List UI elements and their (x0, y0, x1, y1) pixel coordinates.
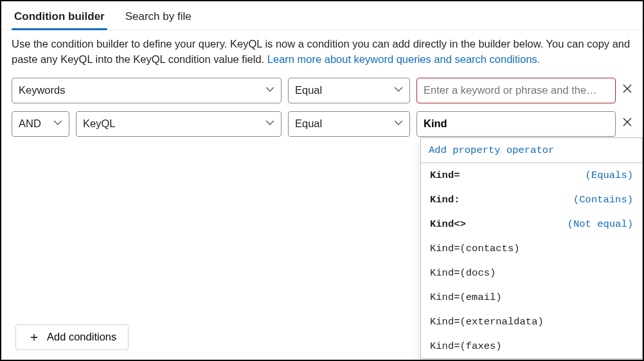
field-select-value: KeyQL (83, 118, 115, 130)
dropdown-item[interactable]: Kind=(externaldata) (421, 310, 642, 334)
tab-search-by-file[interactable]: Search by file (124, 8, 193, 30)
operator-select-value: Equal (295, 84, 322, 96)
value-input[interactable] (424, 84, 609, 96)
dropdown-item[interactable]: Kind: (Contains) (421, 188, 642, 212)
dropdown-item-hint: (Not equal) (568, 218, 633, 230)
dropdown-item[interactable]: Kind=(contacts) (421, 236, 642, 261)
chevron-down-icon (394, 118, 403, 130)
tab-bar: Condition builder Search by file (1, 1, 643, 30)
condition-rows: Keywords Equal A (1, 76, 643, 146)
dropdown-item-key: Kind=(faxes) (430, 340, 502, 352)
dropdown-item-hint: (Contains) (573, 194, 633, 206)
dropdown-item-key: Kind<> (430, 218, 466, 230)
dropdown-item-hint: (Equals) (586, 170, 633, 181)
dropdown-item[interactable]: Kind=(email) (421, 285, 642, 310)
close-icon (622, 117, 632, 130)
dropdown-item[interactable]: Kind=(faxes) (421, 334, 642, 358)
operator-select[interactable]: Equal (288, 111, 410, 137)
dropdown-header: Add property operator (421, 138, 642, 163)
chevron-down-icon (265, 84, 274, 96)
dropdown-item-key: Kind=(externaldata) (430, 316, 544, 328)
field-select-value: Keywords (19, 84, 65, 96)
dropdown-item-key: Kind: (430, 194, 460, 206)
dropdown-item[interactable]: Kind=(docs) (421, 261, 642, 285)
chevron-down-icon (265, 118, 274, 130)
operator-select-value: Equal (295, 118, 322, 130)
dropdown-item-key: Kind=(contacts) (430, 243, 520, 254)
dropdown-item-key: Kind=(docs) (430, 267, 496, 279)
dropdown-item[interactable]: Kind<> (Not equal) (421, 212, 642, 236)
close-icon (622, 84, 632, 97)
chevron-down-icon (53, 118, 62, 130)
value-input-wrapper (416, 78, 616, 103)
tab-condition-builder[interactable]: Condition builder (13, 8, 106, 30)
boolean-select[interactable]: AND (12, 111, 69, 137)
field-select[interactable]: Keywords (12, 78, 282, 103)
field-select[interactable]: KeyQL (76, 111, 282, 137)
operator-select[interactable]: Equal (288, 78, 410, 103)
keyql-value-input[interactable] (424, 118, 609, 130)
description-text: Use the condition builder to define your… (1, 30, 643, 76)
dropdown-item-key: Kind=(email) (430, 292, 502, 303)
keyql-autocomplete-dropdown: Add property operator Kind= (Equals) Kin… (420, 137, 643, 359)
dropdown-item-key: Kind= (430, 170, 460, 181)
chevron-down-icon (394, 84, 403, 96)
dropdown-item[interactable]: Kind= (Equals) (421, 163, 642, 188)
add-conditions-button[interactable]: ＋ Add conditions (15, 324, 129, 350)
condition-row: AND KeyQL Equal (12, 111, 632, 137)
learn-more-link[interactable]: Learn more about keyword queries and sea… (267, 53, 541, 65)
remove-row-button[interactable] (622, 82, 632, 100)
condition-builder-panel: Condition builder Search by file Use the… (0, 0, 644, 361)
value-input-wrapper (416, 111, 616, 137)
boolean-select-value: AND (19, 118, 41, 130)
condition-row: Keywords Equal (12, 78, 632, 103)
plus-icon: ＋ (28, 330, 40, 343)
add-conditions-label: Add conditions (47, 331, 116, 343)
remove-row-button[interactable] (622, 115, 632, 133)
